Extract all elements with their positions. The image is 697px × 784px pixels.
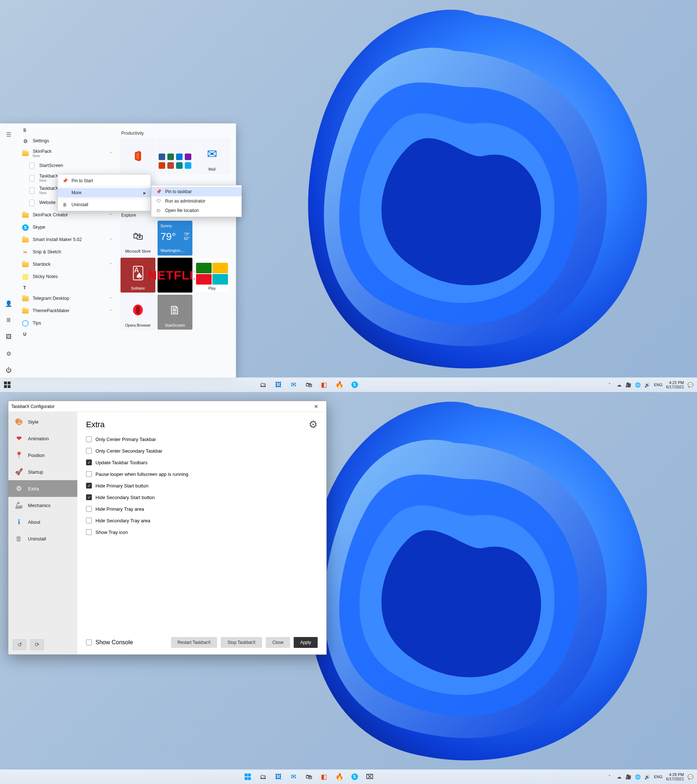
- tray-language[interactable]: ENG: [654, 382, 662, 387]
- checkbox-row[interactable]: ✓Hide Secondary Start button: [86, 494, 318, 500]
- sidebar-item-about[interactable]: ℹAbout: [8, 514, 77, 530]
- tile-office[interactable]: [120, 138, 155, 173]
- sidebar-item-animation[interactable]: ❤Animation: [8, 430, 77, 447]
- documents-icon[interactable]: 🗎: [2, 313, 16, 328]
- tb-firefox[interactable]: 🔥: [335, 380, 344, 389]
- checkbox-row[interactable]: Pause looper when fullscreen app is runn…: [86, 471, 318, 477]
- tb-store[interactable]: 🛍: [305, 380, 313, 389]
- app-letter-header[interactable]: T: [17, 283, 116, 293]
- checkbox-label: Show Tray icon: [96, 530, 128, 535]
- settings-icon[interactable]: ⚙: [2, 346, 16, 361]
- close-button[interactable]: Close: [266, 637, 290, 648]
- start-button[interactable]: [244, 772, 252, 781]
- tray-meet-now-icon[interactable]: 🎥: [626, 774, 631, 780]
- tray-onedrive-icon[interactable]: ☁: [616, 382, 622, 388]
- ctx-uninstall[interactable]: 🗑 Uninstall: [58, 200, 151, 209]
- app-row[interactable]: Smart Install Maker 5.02˅: [17, 234, 116, 246]
- restart-button[interactable]: Restart TaskbarX: [171, 637, 218, 648]
- refresh-button[interactable]: ⟳: [30, 639, 44, 650]
- tile-play[interactable]: Play: [194, 258, 229, 293]
- app-row[interactable]: StartScreen: [17, 160, 116, 172]
- tb-office[interactable]: ◧: [320, 380, 328, 389]
- tray-chevron-icon[interactable]: ˄: [606, 382, 612, 388]
- app-row[interactable]: ⚙Settings: [17, 135, 116, 147]
- start-button[interactable]: [0, 377, 15, 392]
- tile-startscreen[interactable]: 🗎 StartScreen: [158, 295, 193, 329]
- tray-volume-icon[interactable]: 🔊: [644, 382, 650, 388]
- app-row[interactable]: ThemePackMaker˅: [17, 305, 116, 317]
- app-row[interactable]: Tips: [17, 317, 116, 329]
- ctx-run-admin[interactable]: 🛡 Run as administrator: [152, 196, 241, 206]
- tile-netflix[interactable]: NETFLIX: [158, 258, 193, 293]
- tray-chevron-icon[interactable]: ˄: [606, 774, 612, 780]
- sidebar-item-uninstall[interactable]: 🗑Uninstall: [8, 530, 77, 547]
- hamburger-icon[interactable]: ☰: [2, 127, 16, 142]
- tb-skype[interactable]: S: [350, 772, 359, 781]
- ctx-more[interactable]: More ▶: [58, 188, 151, 198]
- checkbox-row[interactable]: ✓Update Taskbar Toolbars: [86, 460, 318, 465]
- app-row[interactable]: SSkype: [17, 221, 116, 234]
- tb-taskbarx[interactable]: ⌧: [366, 772, 374, 781]
- tile-weather[interactable]: Sunny 79° 79°62° Washington,...: [158, 221, 193, 255]
- checkbox-row[interactable]: Only Center Primary Taskbar: [86, 436, 318, 442]
- close-button[interactable]: ✕: [309, 402, 323, 412]
- tile-office-apps[interactable]: [158, 138, 193, 173]
- folder-icon: [22, 261, 29, 268]
- sidebar-item-style[interactable]: 🎨Style: [8, 413, 77, 430]
- start-menu-app-list[interactable]: S⚙SettingsSkinPackNew˄StartScreenTaskbar…: [17, 124, 116, 377]
- stop-button[interactable]: Stop TaskbarX: [221, 637, 262, 648]
- ctx-pin-to-start[interactable]: 📌 Pin to Start: [58, 176, 151, 186]
- checkbox-row[interactable]: Show Tray icon: [86, 529, 318, 535]
- sidebar-item-startup[interactable]: 🚀Startup: [8, 463, 77, 480]
- ctx-pin-to-taskbar[interactable]: 📌 Pin to taskbar: [152, 187, 241, 196]
- app-row[interactable]: SkinPackNew˄: [17, 147, 116, 160]
- tb-photos[interactable]: 🖼: [274, 380, 283, 389]
- tray-language[interactable]: ENG: [654, 774, 662, 779]
- checkbox-row[interactable]: Only Center Secondary Taskbar: [86, 448, 318, 454]
- tile-mail[interactable]: ✉ Mail: [194, 138, 229, 173]
- tray-network-icon[interactable]: 🌐: [635, 774, 641, 780]
- app-row[interactable]: Sticky Notes: [17, 271, 116, 283]
- tile-store[interactable]: 🛍 Microsoft Store: [120, 221, 155, 255]
- tb-skype[interactable]: S: [350, 380, 359, 389]
- taskbar-clock[interactable]: 4:28 PM6/17/2021: [666, 772, 684, 781]
- tb-store[interactable]: 🛍: [305, 772, 313, 781]
- tb-explorer[interactable]: 🗂: [259, 380, 267, 389]
- tb-mail[interactable]: ✉: [289, 772, 298, 781]
- app-row[interactable]: Stardock˅: [17, 259, 116, 271]
- checkbox-row[interactable]: Hide Secondary Tray area: [86, 517, 318, 524]
- ctx-open-location[interactable]: 🗀 Open file location: [152, 206, 241, 215]
- tb-photos[interactable]: 🖼: [274, 772, 283, 781]
- tray-action-center-icon[interactable]: 💬: [687, 382, 694, 388]
- chevron-icon: ˄: [110, 152, 112, 156]
- tb-office[interactable]: ◧: [320, 772, 328, 781]
- user-icon[interactable]: 👤: [2, 296, 16, 311]
- sidebar-label: Startup: [28, 469, 43, 475]
- undo-button[interactable]: ↺: [13, 639, 26, 650]
- sidebar-item-extra[interactable]: ⚙Extra: [8, 480, 77, 497]
- app-letter-header[interactable]: S: [17, 125, 116, 135]
- titlebar[interactable]: TaskbarX Configurator ✕: [8, 401, 326, 412]
- apply-button[interactable]: Apply: [294, 637, 318, 648]
- app-letter-header[interactable]: U: [17, 329, 116, 339]
- app-row[interactable]: Telegram Desktop˅: [17, 293, 116, 305]
- tb-mail[interactable]: ✉: [289, 380, 298, 389]
- sidebar-item-mechanics[interactable]: 🦾Mechanics: [8, 497, 77, 514]
- tile-opera[interactable]: Opera Browser: [120, 295, 155, 329]
- sidebar-item-position[interactable]: 📍Position: [8, 447, 77, 463]
- power-icon[interactable]: ⏻: [2, 363, 16, 377]
- tray-action-center-icon[interactable]: 💬: [687, 774, 694, 780]
- chk-show-console[interactable]: Show Console: [86, 639, 133, 646]
- pictures-icon[interactable]: 🖼: [2, 329, 16, 344]
- taskbar-clock[interactable]: 4:22 PM6/17/2021: [666, 380, 684, 389]
- tray-volume-icon[interactable]: 🔊: [644, 774, 650, 780]
- app-label: SkinPack Creator: [33, 213, 68, 218]
- checkbox-row[interactable]: Hide Primary Tray area: [86, 506, 318, 512]
- tray-network-icon[interactable]: 🌐: [635, 382, 641, 388]
- tb-explorer[interactable]: 🗂: [259, 772, 267, 781]
- tb-firefox[interactable]: 🔥: [335, 772, 344, 781]
- app-row[interactable]: ✂Snip & Sketch: [17, 246, 116, 259]
- tray-meet-now-icon[interactable]: 🎥: [626, 382, 631, 388]
- checkbox-row[interactable]: ✓Hide Primary Start button: [86, 483, 318, 489]
- tray-onedrive-icon[interactable]: ☁: [616, 774, 622, 780]
